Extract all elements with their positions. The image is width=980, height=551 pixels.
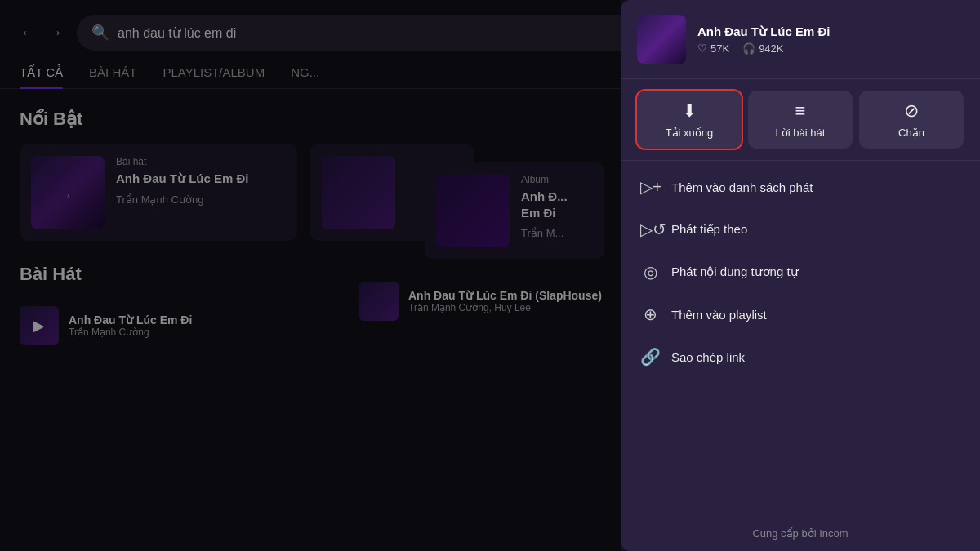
copy-link-icon: 🔗 bbox=[640, 347, 660, 367]
ctx-thumb bbox=[637, 15, 686, 64]
context-menu: Anh Đau Từ Lúc Em Đi ♡ 57K 🎧 942K ⬇ Tải … bbox=[621, 0, 980, 551]
block-button[interactable]: ⊘ Chặn bbox=[859, 91, 964, 149]
lyrics-icon: ≡ bbox=[795, 100, 806, 122]
ctx-footer: Cung cấp bởi Incom bbox=[621, 516, 980, 551]
menu-item-play-next[interactable]: ▷↺ Phát tiếp theo bbox=[621, 208, 980, 251]
add-playlist-icon: ⊕ bbox=[640, 304, 660, 324]
ctx-stats: ♡ 57K 🎧 942K bbox=[697, 42, 831, 55]
svg-rect-12 bbox=[637, 15, 686, 64]
menu-item-add-to-queue[interactable]: ▷+ Thêm vào danh sách phát bbox=[621, 166, 980, 208]
play-next-icon: ▷↺ bbox=[640, 220, 660, 239]
play-next-label: Phát tiếp theo bbox=[671, 222, 747, 237]
ctx-song-title: Anh Đau Từ Lúc Em Đi bbox=[697, 24, 831, 39]
play-similar-icon: ◎ bbox=[640, 262, 660, 282]
download-icon: ⬇ bbox=[682, 100, 697, 122]
menu-item-copy-link[interactable]: 🔗 Sao chép link bbox=[621, 335, 980, 378]
ctx-plays: 🎧 942K bbox=[742, 42, 783, 55]
ctx-actions: ⬇ Tải xuống ≡ Lời bài hát ⊘ Chặn bbox=[621, 79, 980, 161]
ctx-likes: ♡ 57K bbox=[697, 42, 729, 55]
block-label: Chặn bbox=[898, 127, 924, 139]
overlay[interactable] bbox=[0, 0, 621, 551]
lyrics-button[interactable]: ≡ Lời bài hát bbox=[748, 91, 853, 149]
ctx-song-details: Anh Đau Từ Lúc Em Đi ♡ 57K 🎧 942K bbox=[697, 24, 831, 55]
play-similar-label: Phát nội dung tương tự bbox=[671, 264, 799, 279]
likes-count: 57K bbox=[710, 42, 729, 55]
menu-item-add-to-playlist[interactable]: ⊕ Thêm vào playlist bbox=[621, 293, 980, 335]
like-icon: ♡ bbox=[697, 42, 707, 55]
lyrics-label: Lời bài hát bbox=[776, 127, 826, 139]
play-count-icon: 🎧 bbox=[742, 42, 755, 55]
download-label: Tải xuống bbox=[666, 127, 714, 139]
ctx-song-info: Anh Đau Từ Lúc Em Đi ♡ 57K 🎧 942K bbox=[621, 0, 980, 79]
copy-link-label: Sao chép link bbox=[671, 350, 745, 364]
add-queue-label: Thêm vào danh sách phát bbox=[671, 180, 813, 194]
ctx-menu-list: ▷+ Thêm vào danh sách phát ▷↺ Phát tiếp … bbox=[621, 161, 980, 383]
download-button[interactable]: ⬇ Tải xuống bbox=[637, 91, 742, 149]
menu-item-play-similar[interactable]: ◎ Phát nội dung tương tự bbox=[621, 251, 980, 293]
block-icon: ⊘ bbox=[904, 100, 919, 122]
add-queue-icon: ▷+ bbox=[640, 177, 660, 197]
plays-count: 942K bbox=[759, 42, 783, 55]
add-playlist-label: Thêm vào playlist bbox=[671, 308, 767, 322]
